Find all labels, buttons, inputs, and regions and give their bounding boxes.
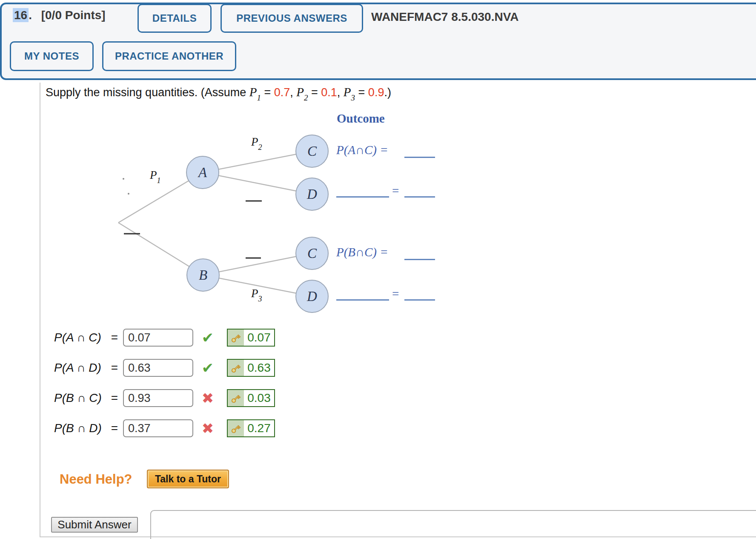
my-notes-button[interactable]: MY NOTES <box>10 41 94 71</box>
node-C-upper <box>296 135 328 167</box>
p3-value: 0.9 <box>368 86 384 99</box>
answer-row-pac: P(A ∩ C) = ✔ 0.07 <box>54 329 216 347</box>
outcome-row3-blank <box>404 259 435 260</box>
probability-tree-diagram: A B C D C D <box>98 119 353 324</box>
answer-key-box: 0.07 <box>227 329 275 347</box>
p1-symbol: P <box>249 85 257 99</box>
answer-input-pac[interactable] <box>123 329 193 347</box>
key-icon <box>228 330 244 346</box>
node-D-lower <box>296 280 328 313</box>
outcome-header: Outcome <box>337 112 385 126</box>
question-number-dot: . <box>29 9 32 22</box>
branch-label-p3: P3 <box>251 287 262 302</box>
question-number-row: 16. [0/0 Points] <box>13 9 106 22</box>
node-C-upper-label: C <box>307 143 317 159</box>
practice-another-button[interactable]: PRACTICE ANOTHER <box>102 41 236 71</box>
branch-label-p2: P2 <box>251 135 262 150</box>
answer-label: P(B ∩ C) <box>54 391 106 405</box>
node-C-lower <box>296 237 328 270</box>
key-value: 0.07 <box>244 330 274 346</box>
webassign-question-page: 16. [0/0 Points] DETAILS PREVIOUS ANSWER… <box>0 0 756 539</box>
problem-statement: Supply the missing quantities. (Assume P… <box>46 85 391 101</box>
key-value: 0.63 <box>244 360 274 376</box>
equals-sign: = <box>106 421 123 435</box>
answer-label: P(B ∩ D) <box>54 421 106 435</box>
incorrect-x-icon: ✖ <box>199 389 216 407</box>
node-D-lower-label: D <box>306 289 317 304</box>
p2-symbol: P <box>296 85 304 99</box>
key-value: 0.27 <box>244 420 274 436</box>
correct-check-icon: ✔ <box>199 359 216 377</box>
submit-answer-button[interactable]: Submit Answer <box>51 517 138 533</box>
key-icon <box>228 390 244 406</box>
answer-input-pbc[interactable] <box>123 389 193 407</box>
answer-input-pad[interactable] <box>123 359 193 377</box>
key-value: 0.03 <box>244 390 274 406</box>
node-A <box>186 156 219 189</box>
statement-prefix: Supply the missing quantities. (Assume <box>46 86 249 99</box>
answer-label: P(A ∩ C) <box>54 331 106 344</box>
content-left-border <box>40 83 40 536</box>
answer-label: P(A ∩ D) <box>54 361 106 375</box>
answer-key-box: 0.27 <box>227 419 275 437</box>
outcome-row1-blank <box>404 157 435 158</box>
talk-to-tutor-button[interactable]: Talk to a Tutor <box>147 470 229 488</box>
correct-check-icon: ✔ <box>199 329 216 347</box>
question-number: 16 <box>13 8 29 22</box>
previous-answers-button[interactable]: PREVIOUS ANSWERS <box>220 4 363 33</box>
p1-value: 0.7 <box>274 86 290 99</box>
answer-input-pbd[interactable] <box>123 419 193 437</box>
node-C-lower-label: C <box>307 246 317 261</box>
outcome-row2-blank-right <box>404 196 435 198</box>
outcome-row2-equals: = <box>392 184 399 198</box>
node-D-upper <box>296 178 328 210</box>
details-button[interactable]: DETAILS <box>137 4 212 33</box>
answer-row-pbd: P(B ∩ D) = ✖ 0.27 <box>54 419 216 437</box>
node-D-upper-label: D <box>306 186 317 202</box>
p2-value: 0.1 <box>321 86 337 99</box>
outcome-row4-blank-right <box>404 299 435 301</box>
outcome-row2-blank-left <box>336 196 389 198</box>
next-section-panel <box>150 510 756 539</box>
node-A-label: A <box>198 165 207 180</box>
node-B <box>187 259 219 291</box>
assignment-code: WANEFMAC7 8.5.030.NVA <box>371 10 518 24</box>
outcome-row4-blank-left <box>336 299 389 301</box>
key-icon <box>228 420 244 436</box>
answer-key-box: 0.03 <box>227 389 275 407</box>
answer-row-pbc: P(B ∩ C) = ✖ 0.03 <box>54 389 216 407</box>
need-help-label: Need Help? <box>60 472 132 487</box>
points-label: [0/0 Points] <box>41 9 106 22</box>
node-B-label: B <box>199 267 207 283</box>
p3-symbol: P <box>344 85 351 99</box>
branch-label-p1: P1 <box>150 169 161 183</box>
outcome-row4-equals: = <box>392 287 399 301</box>
equals-sign: = <box>106 331 123 344</box>
equals-sign: = <box>106 361 123 375</box>
outcome-row3-formula: P(B∩C) = <box>336 245 388 259</box>
answer-key-box: 0.63 <box>227 359 275 377</box>
answer-row-pad: P(A ∩ D) = ✔ 0.63 <box>54 359 216 377</box>
equals-sign: = <box>106 391 123 405</box>
outcome-row1-formula: P(A∩C) = <box>336 143 388 157</box>
incorrect-x-icon: ✖ <box>199 419 216 437</box>
key-icon <box>228 360 244 376</box>
